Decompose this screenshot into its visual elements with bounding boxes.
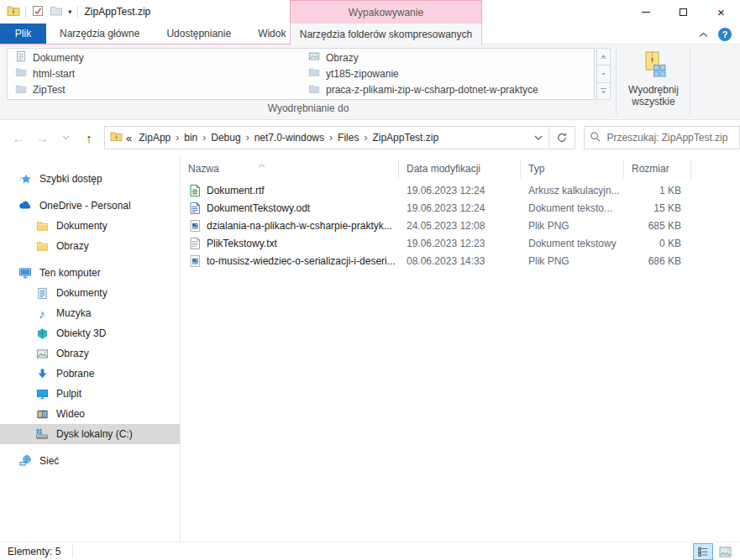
explorer-window: ▾ ZipAppTest.zip Wypakowywanie × Plik Na…: [0, 0, 740, 560]
column-header-size[interactable]: Rozmiar: [624, 159, 691, 179]
sidebar-item-network[interactable]: Sieć: [0, 451, 180, 471]
chevron-right-icon[interactable]: ›: [362, 132, 369, 144]
sidebar-item-downloads[interactable]: Pobrane: [0, 364, 180, 384]
details-view-icon: [697, 546, 709, 557]
quick-access-toolbar: ▾: [0, 4, 78, 20]
png-image-file-icon: [188, 219, 202, 233]
close-button[interactable]: ×: [702, 0, 740, 24]
search-input[interactable]: [606, 132, 734, 144]
quick-access-star-icon: [18, 172, 32, 186]
sidebar-item-this-pc[interactable]: Ten komputer: [0, 263, 180, 283]
column-header-date[interactable]: Data modyfikacji: [399, 159, 521, 179]
tab-share[interactable]: Udostępnianie: [153, 24, 244, 44]
breadcrumb-segment-current[interactable]: ZipAppTest.zip: [369, 132, 442, 144]
destination-documents[interactable]: Dokumenty: [8, 50, 301, 65]
breadcrumb-segment[interactable]: Files: [334, 132, 362, 144]
chevron-right-icon[interactable]: ›: [174, 132, 181, 144]
destination-ziptest[interactable]: ZipTest: [8, 82, 301, 98]
folder-icon: [308, 66, 320, 81]
scroll-down-button[interactable]: [596, 65, 611, 82]
sidebar-item-3d-objects[interactable]: Obiekty 3D: [0, 323, 180, 343]
destination-scroll-controls: [596, 48, 611, 100]
ribbon-tab-strip: Plik Narzędzia główne Udostępnianie Wido…: [0, 24, 740, 44]
properties-check-icon[interactable]: [31, 4, 45, 20]
contextual-tab-group-header: Wypakowywanie: [290, 0, 482, 24]
refresh-icon[interactable]: [549, 127, 575, 149]
column-header-type[interactable]: Typ: [521, 159, 624, 179]
breadcrumb-overflow[interactable]: «: [123, 132, 135, 144]
tab-file[interactable]: Plik: [0, 24, 46, 44]
sidebar-item-desktop[interactable]: Pulpit: [0, 384, 180, 404]
navigation-buttons: ← → ↑: [0, 128, 104, 148]
collapse-ribbon-icon[interactable]: [699, 29, 708, 40]
sidebar-item-onedrive-pictures[interactable]: Obrazy: [0, 236, 180, 256]
sidebar-item-local-disk-c[interactable]: Dysk lokalny (C:): [0, 424, 180, 444]
file-list-pane: Nazwa Data modyfikacji Typ Rozmiar Dokum…: [181, 155, 740, 542]
navigation-pane: Szybki dostęp OneDrive - Personal Dokume…: [0, 155, 181, 542]
chevron-right-icon[interactable]: ›: [328, 132, 334, 144]
chevron-right-icon[interactable]: ›: [201, 132, 207, 144]
folder-icon: [35, 219, 49, 233]
status-bar: Elementy: 5: [0, 542, 740, 560]
table-row[interactable]: dzialania-na-plikach-w-csharpie-praktyk.…: [181, 217, 740, 234]
table-row[interactable]: DokumentTekstowy.odt 19.06.2023 12:24 Do…: [181, 199, 740, 217]
divider: [25, 6, 26, 18]
cube-icon: [35, 327, 49, 340]
qat-customize-caret-icon[interactable]: ▾: [68, 8, 72, 16]
back-icon[interactable]: ←: [8, 128, 29, 148]
table-row[interactable]: PlikTekstowy.txt 19.06.2023 12:23 Dokume…: [181, 234, 740, 252]
sidebar-item-videos[interactable]: Wideo: [0, 404, 180, 424]
sidebar-item-music[interactable]: ♪ Muzyka: [0, 303, 180, 323]
desktop-monitor-icon: [35, 387, 49, 400]
search-box[interactable]: [584, 126, 740, 149]
window-title: ZipAppTest.zip: [85, 6, 151, 18]
maximize-button[interactable]: [664, 0, 702, 24]
recent-locations-chevron-icon[interactable]: [55, 128, 76, 148]
chevron-right-icon[interactable]: ›: [244, 132, 251, 144]
sidebar-item-onedrive-documents[interactable]: Dokumenty: [0, 216, 180, 236]
help-icon[interactable]: ?: [718, 28, 732, 41]
ribbon-group-separator: [690, 48, 690, 115]
download-arrow-icon: [35, 367, 49, 380]
new-folder-icon[interactable]: [50, 4, 63, 20]
thumbnail-view-icon: [719, 547, 732, 557]
folder-icon: [15, 83, 27, 97]
destination-yt185-zipowanie[interactable]: yt185-zipowanie: [301, 65, 594, 81]
view-toggle-buttons: [693, 542, 735, 560]
sidebar-item-onedrive[interactable]: OneDrive - Personal: [0, 196, 180, 216]
destination-praca-z-plikami[interactable]: praca-z-plikami-zip-w-csharp-dotnet-w-pr…: [301, 82, 594, 98]
breadcrumb-bar[interactable]: « ZipApp› bin› Debug› net7.0-windows› Fi…: [104, 126, 575, 149]
sidebar-item-pictures[interactable]: Obrazy: [0, 343, 180, 364]
minimize-icon: [642, 12, 650, 13]
extract-all-button[interactable]: Wyodrębnij wszystkie: [618, 47, 689, 118]
item-count: Elementy: 5: [0, 546, 60, 557]
more-destinations-button[interactable]: [596, 83, 611, 100]
close-icon: ×: [717, 6, 725, 18]
sidebar-item-quick-access[interactable]: Szybki dostęp: [0, 169, 180, 189]
tab-home[interactable]: Narzędzia główne: [46, 24, 153, 44]
destination-pictures[interactable]: Obrazy: [301, 50, 594, 65]
breadcrumb-segment[interactable]: bin: [181, 132, 201, 144]
details-view-button[interactable]: [693, 543, 713, 560]
tab-compressed-folder-tools[interactable]: Narzędzia folderów skompresowanych: [290, 24, 482, 45]
column-header-name[interactable]: Nazwa: [181, 159, 399, 179]
table-row[interactable]: to-musisz-wiedziec-o-serializacji-i-dese…: [181, 252, 740, 270]
breadcrumb-segment[interactable]: Debug: [207, 132, 244, 144]
drive-icon: [35, 427, 49, 441]
breadcrumb-segment[interactable]: net7.0-windows: [251, 132, 328, 144]
window-controls: ×: [627, 0, 740, 24]
destination-html-start[interactable]: html-start: [8, 65, 301, 81]
breadcrumb-segment[interactable]: ZipApp: [135, 132, 174, 144]
folder-icon: [35, 239, 49, 253]
minimize-button[interactable]: [627, 0, 664, 24]
picture-icon: [308, 50, 320, 65]
scroll-up-button[interactable]: [596, 48, 611, 65]
onedrive-cloud-icon: [18, 199, 32, 212]
thumbnail-view-button[interactable]: [715, 543, 735, 560]
table-row[interactable]: Dokument.rtf 19.06.2023 12:24 Arkusz kal…: [181, 181, 740, 199]
up-icon[interactable]: ↑: [79, 128, 99, 148]
sidebar-item-documents[interactable]: Dokumenty: [0, 283, 180, 303]
zip-folder-icon: [7, 4, 20, 20]
forward-icon[interactable]: →: [32, 128, 52, 148]
address-dropdown-chevron-icon[interactable]: [528, 127, 548, 149]
